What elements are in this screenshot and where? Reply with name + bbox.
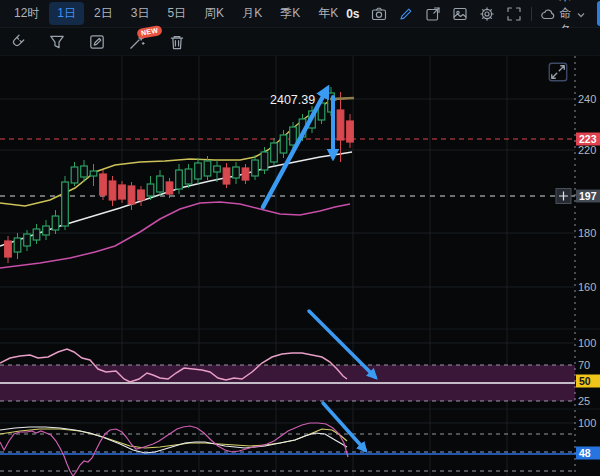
svg-text:223: 223 bbox=[579, 133, 597, 145]
pencil-icon[interactable] bbox=[398, 6, 414, 22]
svg-text:197: 197 bbox=[579, 190, 597, 202]
timeframe-group: 12时1日2日3日5日周K月K季K年K bbox=[6, 2, 346, 25]
svg-text:180: 180 bbox=[578, 227, 596, 239]
drawing-toolbar: NEW bbox=[0, 28, 600, 56]
svg-text:25: 25 bbox=[578, 395, 590, 407]
funnel-tool-icon[interactable] bbox=[48, 33, 66, 51]
add-alert-button[interactable] bbox=[556, 189, 571, 204]
svg-text:160: 160 bbox=[578, 281, 596, 293]
wand-tool-icon[interactable]: NEW bbox=[128, 33, 146, 51]
magnet-tool-icon[interactable] bbox=[8, 33, 26, 51]
timeframe-12时[interactable]: 12时 bbox=[6, 2, 47, 25]
note-edit-tool-icon[interactable] bbox=[88, 33, 106, 51]
price-annotation[interactable]: 2407.39 bbox=[270, 93, 315, 107]
svg-text:48: 48 bbox=[579, 447, 591, 459]
crosshair-price-badge[interactable]: 197 bbox=[576, 190, 600, 203]
image-icon[interactable] bbox=[452, 6, 468, 22]
new-window-icon[interactable] bbox=[425, 6, 441, 22]
timeframe-年K[interactable]: 年K bbox=[310, 2, 346, 25]
svg-text:100: 100 bbox=[578, 417, 596, 429]
timeframe-1日[interactable]: 1日 bbox=[49, 2, 84, 25]
svg-text:240: 240 bbox=[578, 93, 596, 105]
countdown-timer: 0s bbox=[346, 7, 359, 21]
restore-chart-button[interactable] bbox=[548, 62, 568, 82]
svg-text:50: 50 bbox=[579, 375, 591, 387]
top-toolbar: 12时1日2日3日5日周K月K季K年K 0s 未命名 K线分析 bbox=[0, 0, 600, 28]
svg-text:100: 100 bbox=[578, 337, 596, 349]
svg-text:70: 70 bbox=[578, 359, 590, 371]
toolbar-divider bbox=[531, 7, 532, 21]
timeframe-季K[interactable]: 季K bbox=[272, 2, 308, 25]
svg-text:220: 220 bbox=[578, 144, 596, 156]
trading-app-window: 2407.3924022018016010070251002231975048 … bbox=[0, 0, 600, 476]
timeframe-周K[interactable]: 周K bbox=[196, 2, 232, 25]
kline-analysis-button[interactable]: K线分析 bbox=[597, 1, 600, 26]
last-price-badge[interactable]: 223 bbox=[576, 133, 600, 146]
rsi-value-badge[interactable]: 50 bbox=[576, 375, 600, 388]
gear-icon[interactable] bbox=[479, 6, 495, 22]
timeframe-3日[interactable]: 3日 bbox=[123, 2, 158, 25]
camera-icon[interactable] bbox=[371, 6, 387, 22]
cloud-icon bbox=[540, 6, 555, 21]
trash-tool-icon[interactable] bbox=[168, 33, 186, 51]
chart-area: 2407.3924022018016010070251002231975048 bbox=[0, 0, 600, 476]
restore-icon bbox=[548, 62, 564, 78]
timeframe-月K[interactable]: 月K bbox=[234, 2, 270, 25]
timeframe-5日[interactable]: 5日 bbox=[159, 2, 194, 25]
fullscreen-icon[interactable] bbox=[506, 6, 522, 22]
kdj-value-badge[interactable]: 48 bbox=[576, 447, 600, 460]
chevron-down-icon bbox=[576, 9, 586, 19]
chart-canvas[interactable]: 2407.3924022018016010070251002231975048 bbox=[0, 0, 600, 476]
timeframe-2日[interactable]: 2日 bbox=[86, 2, 121, 25]
